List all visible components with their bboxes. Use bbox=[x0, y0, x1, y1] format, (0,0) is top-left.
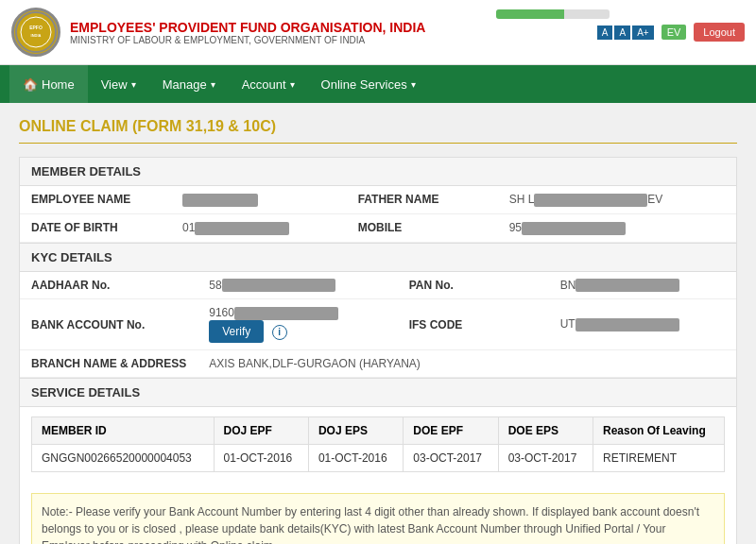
aadhaar-row: AADHAAR No. 58 PAN No. BN bbox=[20, 272, 736, 299]
svg-text:INDIA: INDIA bbox=[31, 33, 42, 38]
pan-label: PAN No. bbox=[398, 272, 549, 299]
logout-button[interactable]: Logout bbox=[694, 23, 745, 42]
aadhaar-label: AADHAAR No. bbox=[20, 272, 198, 299]
col-doj-eps: DOJ EPS bbox=[308, 417, 403, 445]
note-box: Note:- Please verify your Bank Account N… bbox=[31, 493, 725, 544]
col-doj-epf: DOJ EPF bbox=[214, 417, 308, 445]
home-icon: 🏠 bbox=[23, 77, 38, 92]
table-cell: 03-OCT-2017 bbox=[404, 445, 498, 472]
dob-value: 01 bbox=[171, 213, 347, 242]
dob-label: DATE OF BIRTH bbox=[20, 213, 171, 242]
nav-online-services[interactable]: Online Services ▾ bbox=[308, 65, 429, 103]
father-name-label: FATHER NAME bbox=[347, 186, 498, 213]
org-name: EMPLOYEES' PROVIDENT FUND ORGANISATION, … bbox=[70, 20, 425, 35]
progress-bar bbox=[496, 9, 610, 19]
table-cell: RETIREMENT bbox=[593, 445, 725, 472]
branch-label: BRANCH NAME & ADDRESS bbox=[20, 350, 198, 378]
service-details-header: SERVICE DETAILS bbox=[20, 379, 736, 407]
nav-view[interactable]: View ▾ bbox=[88, 65, 149, 103]
view-arrow-icon: ▾ bbox=[131, 79, 136, 90]
dob-row: DATE OF BIRTH 01 MOBILE 95 bbox=[20, 213, 736, 242]
employee-name-blurred bbox=[182, 194, 258, 207]
mobile-label: MOBILE bbox=[347, 213, 498, 242]
table-cell: GNGGN00266520000004053 bbox=[32, 445, 215, 472]
aadhaar-value: 58 bbox=[198, 272, 397, 299]
font-medium-button[interactable]: A bbox=[614, 26, 630, 40]
org-subtitle: MINISTRY OF LABOUR & EMPLOYMENT, GOVERNM… bbox=[70, 35, 425, 45]
nav-home[interactable]: 🏠 Home bbox=[9, 65, 88, 103]
employee-name-row: EMPLOYEE NAME FATHER NAME SH L EV bbox=[20, 186, 736, 213]
ev-badge: EV bbox=[662, 25, 687, 40]
table-cell: 03-OCT-2017 bbox=[498, 445, 593, 472]
kyc-details-header: KYC DETAILS bbox=[20, 244, 736, 272]
bank-account-label: BANK ACCOUNT No. bbox=[20, 299, 198, 350]
member-details-table: EMPLOYEE NAME FATHER NAME SH L EV DATE O… bbox=[20, 186, 736, 243]
page-title: ONLINE CLAIM (FORM 31,19 & 10C) bbox=[19, 118, 737, 144]
table-cell: 01-OCT-2016 bbox=[214, 445, 308, 472]
employee-name-label: EMPLOYEE NAME bbox=[20, 186, 171, 213]
verify-button[interactable]: Verify bbox=[209, 320, 264, 343]
font-large-button[interactable]: A+ bbox=[632, 26, 654, 40]
navigation: 🏠 Home View ▾ Manage ▾ Account ▾ Online … bbox=[0, 65, 756, 103]
col-doe-eps: DOE EPS bbox=[498, 417, 593, 445]
manage-arrow-icon: ▾ bbox=[211, 79, 215, 90]
kyc-details-table: AADHAAR No. 58 PAN No. BN BANK ACCOUNT N… bbox=[20, 272, 736, 379]
employee-name-value bbox=[171, 186, 347, 213]
svg-text:EPFO: EPFO bbox=[29, 25, 43, 30]
table-row: GNGGN0026652000000405301-OCT-201601-OCT-… bbox=[32, 445, 725, 472]
font-size-controls: A A A+ bbox=[597, 26, 654, 40]
col-doe-epf: DOE EPF bbox=[404, 417, 498, 445]
branch-row: BRANCH NAME & ADDRESS AXIS BANK,DLF-GURG… bbox=[20, 350, 736, 378]
service-table: MEMBER ID DOJ EPF DOJ EPS DOE EPF DOE EP… bbox=[31, 416, 725, 472]
ifs-label: IFS CODE bbox=[398, 299, 549, 350]
info-icon[interactable]: i bbox=[272, 325, 287, 340]
bank-account-value: 9160 Verify i bbox=[198, 299, 397, 350]
svg-point-0 bbox=[16, 12, 56, 52]
nav-manage[interactable]: Manage ▾ bbox=[149, 65, 229, 103]
bank-account-row: BANK ACCOUNT No. 9160 Verify i IFS CODE … bbox=[20, 299, 736, 350]
col-member-id: MEMBER ID bbox=[32, 417, 215, 445]
nav-account[interactable]: Account ▾ bbox=[229, 65, 308, 103]
col-reason: Reason Of Leaving bbox=[593, 417, 725, 445]
org-logo: EPFO INDIA bbox=[11, 8, 60, 57]
mobile-value: 95 bbox=[498, 213, 736, 242]
font-small-button[interactable]: A bbox=[597, 26, 613, 40]
ifs-value: UT bbox=[549, 299, 736, 350]
member-details-header: MEMBER DETAILS bbox=[20, 158, 736, 186]
account-arrow-icon: ▾ bbox=[290, 79, 295, 90]
main-card: MEMBER DETAILS EMPLOYEE NAME FATHER NAME… bbox=[19, 157, 737, 544]
branch-value: AXIS BANK,DLF-GURGAON (HARYANA) bbox=[198, 350, 736, 378]
pan-value: BN bbox=[549, 272, 736, 299]
table-cell: 01-OCT-2016 bbox=[308, 445, 403, 472]
service-table-header-row: MEMBER ID DOJ EPF DOJ EPS DOE EPF DOE EP… bbox=[32, 417, 725, 445]
online-services-arrow-icon: ▾ bbox=[411, 79, 416, 90]
father-name-value: SH L EV bbox=[498, 186, 736, 213]
